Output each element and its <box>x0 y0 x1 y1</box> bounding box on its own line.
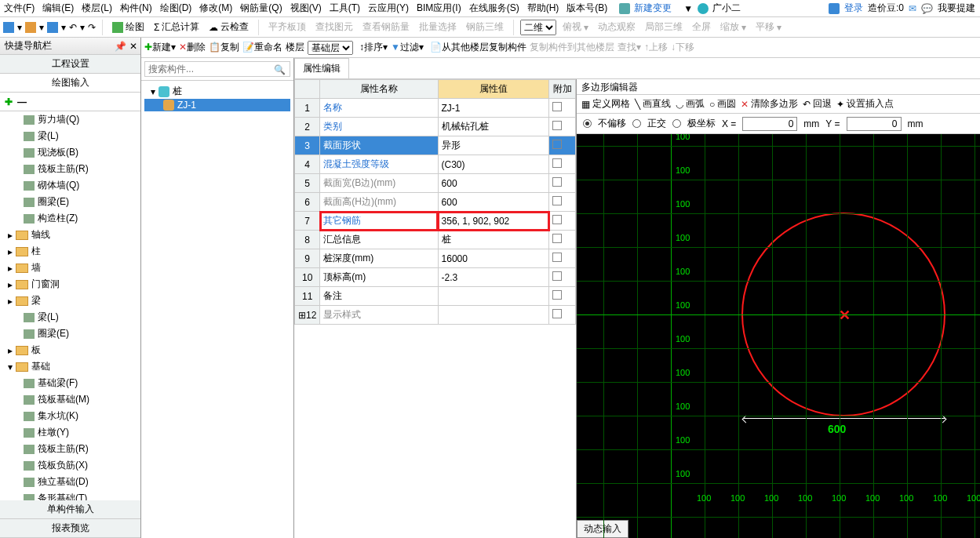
tree-group[interactable]: ▸ 柱 <box>0 243 140 260</box>
find-btn[interactable]: 查找▾ <box>618 41 641 54</box>
redo-icon[interactable]: ↷ <box>88 22 96 33</box>
new-change-link[interactable]: 新建变更 <box>630 2 676 15</box>
remove-icon[interactable]: — <box>17 96 27 107</box>
prop-value[interactable] <box>438 287 548 306</box>
prop-value[interactable]: (C30) <box>438 155 548 174</box>
prop-row[interactable]: 1名称ZJ-1 <box>295 99 576 118</box>
tree-leaf[interactable]: 集水坑(K) <box>0 408 140 424</box>
batch-select-btn[interactable]: 批量选择 <box>416 19 460 35</box>
del-comp-btn[interactable]: ✕删除 <box>179 41 206 54</box>
radio-polar[interactable] <box>672 119 681 128</box>
prop-value[interactable]: 16000 <box>438 249 548 268</box>
rename-btn[interactable]: 📝重命名 <box>242 41 282 54</box>
nav-tab-single[interactable]: 单构件输入 <box>0 500 140 519</box>
tree-group[interactable]: ▸ 板 <box>0 342 140 358</box>
tree-leaf[interactable]: 圈梁(E) <box>0 325 140 342</box>
tree-leaf[interactable]: 现浇板(B) <box>0 144 140 161</box>
prop-check[interactable] <box>549 287 576 306</box>
tree-leaf[interactable]: 砌体墙(Q) <box>0 177 140 194</box>
up-btn[interactable]: ↑上移 <box>644 41 668 54</box>
prop-row[interactable]: 5截面宽(B边)(mm)600 <box>295 174 576 193</box>
prop-row[interactable]: 9桩深度(mm)16000 <box>295 249 576 268</box>
prop-check[interactable] <box>549 268 576 287</box>
copyfrom-btn[interactable]: 📄从其他楼层复制构件 <box>430 41 526 54</box>
prop-value[interactable]: 桩 <box>438 231 548 249</box>
prop-check[interactable] <box>549 249 576 268</box>
prop-value[interactable]: 600 <box>438 174 548 193</box>
tree-leaf[interactable]: 独立基础(D) <box>0 474 140 490</box>
menu-view[interactable]: 视图(V) <box>286 2 326 15</box>
comp-root[interactable]: ▾ 桩 <box>144 84 290 99</box>
tree-leaf[interactable]: 筏板负筋(X) <box>0 457 140 474</box>
tree-leaf[interactable]: 梁(L) <box>0 128 140 144</box>
prop-check[interactable] <box>549 174 576 193</box>
tree-leaf[interactable]: 柱墩(Y) <box>0 424 140 441</box>
menu-help[interactable]: 帮助(H) <box>523 2 563 15</box>
login-link[interactable]: 登录 <box>844 2 863 15</box>
floor-select[interactable]: 基础层 <box>308 41 353 55</box>
clear-btn[interactable]: ✕清除多边形 <box>741 97 798 111</box>
comp-child[interactable]: ZJ-1 <box>144 99 290 111</box>
prop-check[interactable] <box>549 99 576 118</box>
inbox-icon[interactable]: ✉ <box>909 3 916 14</box>
prop-check[interactable] <box>549 136 576 155</box>
menu-tool[interactable]: 工具(T) <box>326 2 364 15</box>
menu-file[interactable]: 文件(F) <box>0 2 38 15</box>
prop-check[interactable] <box>549 193 576 212</box>
undo-poly-btn[interactable]: ↶回退 <box>803 97 832 111</box>
prop-check[interactable] <box>549 155 576 174</box>
prop-row[interactable]: 11备注 <box>295 287 576 306</box>
prop-row[interactable]: 10顶标高(m)-2.3 <box>295 268 576 287</box>
flat-top-btn[interactable]: 平齐板顶 <box>265 19 309 35</box>
find-element-btn[interactable]: 查找图元 <box>312 19 356 35</box>
tree-leaf[interactable]: 梁(L) <box>0 309 140 325</box>
tree-leaf[interactable]: 圈梁(E) <box>0 194 140 210</box>
view-mode-select[interactable]: 二维 <box>520 20 556 35</box>
pin-icon[interactable]: 📌 <box>115 41 126 52</box>
tree-group[interactable]: ▸ 轴线 <box>0 227 140 243</box>
search-icon[interactable]: 🔍 <box>274 64 286 75</box>
view-rebar-btn[interactable]: 查看钢筋量 <box>359 19 413 35</box>
insert-pt-btn[interactable]: ✦设置插入点 <box>836 97 894 111</box>
tree-leaf[interactable]: 剪力墙(Q) <box>0 111 140 128</box>
down-btn[interactable]: ↓下移 <box>671 41 694 54</box>
prop-check[interactable] <box>549 231 576 249</box>
tab-property[interactable]: 属性编辑 <box>294 58 349 78</box>
tree-group[interactable]: ▸ 梁 <box>0 293 140 309</box>
copyto-btn[interactable]: 复制构件到其他楼层 <box>530 41 614 54</box>
menu-modify[interactable]: 修改(M) <box>195 2 236 15</box>
tree-leaf[interactable]: 构造柱(Z) <box>0 210 140 227</box>
nav-tab-draw[interactable]: 绘图输入 <box>0 74 140 93</box>
prop-row[interactable]: 4混凝土强度等级(C30) <box>295 155 576 174</box>
local-3d-btn[interactable]: 局部三维 <box>642 19 686 35</box>
add-icon[interactable]: ✚ <box>5 96 13 107</box>
prop-check[interactable] <box>549 212 576 231</box>
menu-rebar[interactable]: 钢筋量(Q) <box>236 2 286 15</box>
nav-tab-report[interactable]: 报表预览 <box>0 519 140 538</box>
feedback-link[interactable]: 我要提建 <box>938 2 975 15</box>
y-input[interactable] <box>847 117 902 131</box>
prop-value[interactable] <box>438 306 548 325</box>
menu-bim[interactable]: BIM应用(I) <box>413 2 465 15</box>
prop-row[interactable]: 2类别机械钻孔桩 <box>295 118 576 136</box>
tree-leaf[interactable]: 筏板主筋(R) <box>0 441 140 457</box>
copy-comp-btn[interactable]: 📋复制 <box>209 41 239 54</box>
undo-icon[interactable]: ↶ <box>69 22 77 33</box>
nav-tab-project[interactable]: 工程设置 <box>0 55 140 74</box>
menu-cloud[interactable]: 云应用(Y) <box>364 2 413 15</box>
dynamic-view-btn[interactable]: 动态观察 <box>595 19 639 35</box>
prop-value[interactable]: 600 <box>438 193 548 212</box>
pan-btn[interactable]: 平移▾ <box>752 19 785 35</box>
prop-value[interactable]: 356, 1, 902, 902 <box>438 212 548 231</box>
prop-row[interactable]: 8汇总信息桩 <box>295 231 576 249</box>
sum-btn[interactable]: Σ汇总计算 <box>151 19 202 35</box>
radio-ortho[interactable] <box>632 119 641 128</box>
tree-group[interactable]: ▸ 门窗洞 <box>0 276 140 293</box>
tree-leaf[interactable]: 筏板基础(M) <box>0 391 140 408</box>
prop-row[interactable]: 6截面高(H边)(mm)600 <box>295 193 576 212</box>
rebar-3d-btn[interactable]: 钢筋三维 <box>463 19 507 35</box>
cloud-check-btn[interactable]: ☁云检查 <box>206 19 252 35</box>
arc-btn[interactable]: ◡画弧 <box>676 97 705 111</box>
circle-btn[interactable]: ○画圆 <box>709 97 736 111</box>
menu-online[interactable]: 在线服务(S) <box>465 2 523 15</box>
